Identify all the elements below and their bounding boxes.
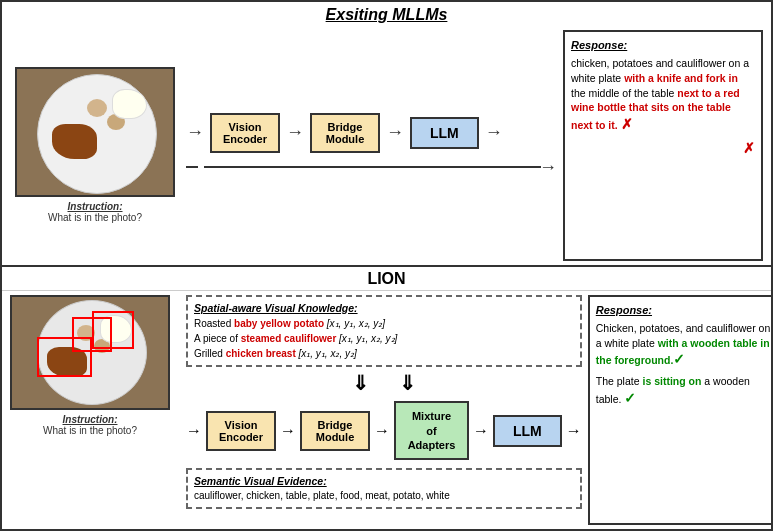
arrow-right-b1: → (186, 422, 202, 440)
response-text-bottom: Chicken, potatoes, and cauliflower on a … (596, 321, 773, 370)
bottom-section: LION (2, 267, 771, 530)
top-food-image (15, 67, 175, 197)
response-title-top: Response: (571, 38, 755, 53)
semantic-text: cauliflower, chicken, table, plate, food… (194, 489, 574, 503)
response-red1: with a knife and fork in (624, 72, 738, 84)
arrow-right-5: → (539, 157, 557, 178)
semantic-title: Semantic Visual Evidence: (194, 474, 574, 489)
vision-encoder-bottom: Vision Encoder (206, 411, 276, 451)
top-title: Exsiting MLLMs (2, 2, 771, 26)
top-instruction: Instruction: What is in the photo? (15, 201, 175, 223)
bottom-instruction-label: Instruction: (63, 414, 118, 425)
bottom-food-image (10, 295, 170, 410)
bottom-line-top: → (186, 157, 557, 178)
vision-encoder-top: Vision Encoder (210, 113, 280, 153)
response-title-bottom: Response: (596, 303, 773, 318)
arrow-right-b2: → (280, 422, 296, 440)
arrow-right-3: → (386, 122, 404, 143)
bottom-instruction: Instruction: What is in the photo? (10, 414, 170, 436)
response-box-bottom: Response: Chicken, potatoes, and caulifl… (588, 295, 773, 526)
arrow-right-4: → (485, 122, 503, 143)
bottom-content: Instruction: What is in the photo? Spati… (2, 291, 771, 530)
down-arrow-2: ⇓ (399, 371, 416, 395)
response-text-top: chicken, potatoes and cauliflower on a w… (571, 56, 755, 134)
arrow-right-2: → (286, 122, 304, 143)
down-arrows: ⇓ ⇓ (186, 371, 582, 395)
spatial-item3: Grilled chicken breast [x₁, y₁, x₂, y₂] (194, 346, 574, 361)
bottom-food-area: Instruction: What is in the photo? (10, 295, 180, 526)
arrow-right-b5: → (566, 422, 582, 440)
top-content: Instruction: What is in the photo? → Vis… (2, 26, 771, 265)
response-bottom-green2: is sitting on (642, 375, 701, 387)
cross-mark-2: ✗ (743, 140, 755, 156)
bbox-cauliflower (92, 311, 134, 349)
instruction-label: Instruction: (68, 201, 123, 212)
instruction-text: What is in the photo? (48, 212, 142, 223)
food-meat (52, 124, 97, 159)
spatial-item1: Roasted baby yellow potato [x₁, y₁, x₂, … (194, 316, 574, 331)
top-pipeline-container: → Vision Encoder → Bridge Module → LLM → (186, 113, 557, 178)
llm-top: LLM (410, 117, 479, 149)
cross-mark-1: ✗ (621, 116, 633, 132)
response-normal2: the middle of the table (571, 87, 677, 99)
check1: ✓ (673, 351, 685, 367)
check2: ✓ (624, 390, 636, 406)
llm-bottom: LLM (493, 415, 562, 447)
arrow-right-1: → (186, 122, 204, 143)
mixture-adapters: Mixture of Adapters (394, 401, 469, 460)
top-food-image-area: Instruction: What is in the photo? (10, 67, 180, 223)
arrow-right-b4: → (473, 422, 489, 440)
top-encoder-row: → Vision Encoder → Bridge Module → LLM → (186, 113, 557, 153)
food-cauliflower (112, 89, 147, 119)
spatial-knowledge-box: Spatial-aware Visual Knowledge: Roasted … (186, 295, 582, 368)
bridge-module-top: Bridge Module (310, 113, 380, 153)
response-bottom-normal2: The plate (596, 375, 643, 387)
line1 (186, 166, 198, 168)
middle-area: Spatial-aware Visual Knowledge: Roasted … (186, 295, 582, 526)
semantic-evidence-box: Semantic Visual Evidence: cauliflower, c… (186, 468, 582, 509)
bridge-module-bottom: Bridge Module (300, 411, 370, 451)
long-line (204, 166, 541, 168)
bottom-pipeline-row: → Vision Encoder → Bridge Module → Mixtu… (186, 401, 582, 460)
bottom-instruction-text: What is in the photo? (43, 425, 137, 436)
spatial-item2: A piece of steamed cauliflower [x₁, y₁, … (194, 331, 574, 346)
cross-container: ✗ (571, 139, 755, 159)
arrow-right-b3: → (374, 422, 390, 440)
spatial-title: Spatial-aware Visual Knowledge: (194, 301, 574, 317)
down-arrow-1: ⇓ (352, 371, 369, 395)
top-section: Exsiting MLLMs Instruction: What is in t… (2, 2, 771, 267)
main-container: Exsiting MLLMs Instruction: What is in t… (0, 0, 773, 531)
response-box-top: Response: chicken, potatoes and cauliflo… (563, 30, 763, 261)
bottom-title: LION (2, 267, 771, 291)
response-text-bottom2: The plate is sitting on a wooden table. … (596, 374, 773, 408)
